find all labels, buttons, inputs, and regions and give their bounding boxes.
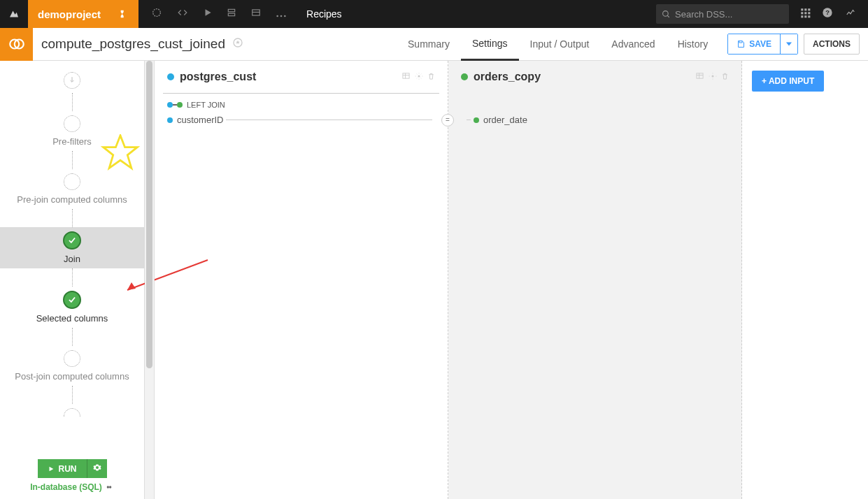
svg-point-8 [663,10,669,16]
search-placeholder: Search DSS... [675,9,732,20]
join-type-label: LEFT JOIN [187,101,225,109]
breadcrumb-recipes[interactable]: Recipes [306,8,342,20]
engine-label: In-database (SQL) [30,482,102,492]
main-area: Pre-filters Pre-join computed columns Jo… [0,61,868,499]
add-input-button[interactable]: + ADD INPUT [752,71,824,92]
svg-rect-24 [739,41,742,43]
tab-summary[interactable]: Summary [397,28,461,61]
left-join-key-label: customerID [177,115,223,125]
step-postjoin-label: Post-join computed columns [15,371,129,382]
svg-rect-12 [808,8,810,10]
svg-rect-28 [403,73,409,78]
steps-sidebar: Pre-filters Pre-join computed columns Jo… [0,61,145,499]
home-bird-icon[interactable] [0,0,28,28]
recipe-join-icon [0,28,33,61]
save-button[interactable]: SAVE [728,34,780,54]
actions-button[interactable]: ACTIONS [804,34,860,55]
favorite-star-icon[interactable] [232,37,243,51]
step-prefilters[interactable]: Pre-filters [0,111,144,151]
run-button[interactable]: RUN [38,459,87,478]
svg-point-0 [153,9,161,17]
delete-icon[interactable] [427,72,435,82]
play-icon[interactable] [203,8,213,20]
top-nav: demoproject Recipes Search DSS... ? [0,0,868,28]
save-label: SAVE [749,39,771,49]
step-input[interactable] [0,68,144,93]
header-bar: compute_postgres_cust_joined Summary Set… [0,28,868,61]
tool-icons-group [138,7,299,21]
svg-rect-16 [801,15,803,17]
run-bar: RUN In-database (SQL) [0,452,144,499]
circle-dashed-icon[interactable] [151,7,162,21]
activity-icon[interactable] [844,8,857,20]
svg-rect-18 [808,15,810,17]
engine-selector[interactable]: In-database (SQL) [7,482,137,492]
svg-point-35 [712,75,714,77]
step-selected-label: Selected columns [36,313,108,324]
svg-rect-11 [804,8,806,10]
step-postjoin-computed[interactable]: Post-join computed columns [0,346,144,386]
flow-icon[interactable] [111,0,138,28]
left-dataset-column: postgres_cust LEFT JOIN customerID [155,61,448,499]
svg-point-5 [276,15,278,17]
svg-rect-10 [801,8,803,10]
svg-text:?: ? [825,9,830,16]
right-dataset-name: orders_copy [474,71,541,83]
left-dataset-name: postgres_cust [180,71,256,83]
step-prefilters-label: Pre-filters [52,136,92,147]
delete-icon[interactable] [721,72,729,82]
svg-line-9 [667,15,669,17]
more-icon[interactable] [276,8,287,20]
svg-point-26 [107,486,109,488]
settings-gear-icon[interactable] [415,72,423,82]
svg-rect-14 [804,12,806,14]
help-icon[interactable]: ? [822,7,833,21]
svg-rect-1 [228,9,234,12]
svg-rect-2 [228,13,234,16]
step-join-label: Join [64,254,80,264]
right-join-key-row[interactable]: order_date [448,112,741,128]
right-dataset-column: orders_copy x order_date [448,61,742,499]
step-join[interactable]: Join [0,227,144,268]
svg-rect-32 [697,73,703,78]
code-icon[interactable] [176,8,189,20]
svg-rect-15 [808,12,810,14]
table-preview-icon[interactable] [695,72,704,82]
tab-advanced[interactable]: Advanced [600,28,666,61]
svg-point-6 [280,15,283,17]
table-icon[interactable] [250,8,262,20]
left-join-key-row[interactable]: customerID = [155,112,448,128]
project-name[interactable]: demoproject [28,0,111,28]
tab-io[interactable]: Input / Output [519,28,601,61]
tabs: Summary Settings Input / Output Advanced… [397,28,719,61]
tab-settings[interactable]: Settings [461,28,519,61]
tab-history[interactable]: History [667,28,720,61]
join-type-indicator[interactable]: LEFT JOIN [155,94,448,112]
sidebar-scrollbar[interactable] [145,61,155,499]
svg-point-7 [284,15,286,17]
svg-point-27 [109,486,111,488]
run-settings-button[interactable] [87,459,107,478]
save-button-group: SAVE [727,34,798,55]
step-prejoin-computed[interactable]: Pre-join computed columns [0,169,144,209]
step-selected-columns[interactable]: Selected columns [0,287,144,328]
run-label: RUN [59,464,77,474]
save-dropdown[interactable] [780,34,797,54]
recipe-title: compute_postgres_cust_joined [41,36,225,52]
table-preview-icon[interactable] [401,72,411,82]
join-editor: postgres_cust LEFT JOIN customerID [155,61,868,499]
svg-point-31 [418,75,420,77]
apps-grid-icon[interactable] [800,8,811,21]
svg-rect-17 [804,15,806,17]
dataset-dot-green [461,73,468,80]
search-input[interactable]: Search DSS... [656,4,789,24]
steps-list: Pre-filters Pre-join computed columns Jo… [0,61,144,452]
stack-icon[interactable] [227,8,236,20]
dataset-dot-blue [167,73,174,80]
right-join-key-label: order_date [483,115,527,125]
step-next-partial[interactable] [0,404,144,421]
settings-gear-icon[interactable] [709,72,717,82]
add-input-column: + ADD INPUT [742,61,868,499]
svg-rect-13 [801,12,803,14]
step-prejoin-label: Pre-join computed columns [17,194,127,205]
